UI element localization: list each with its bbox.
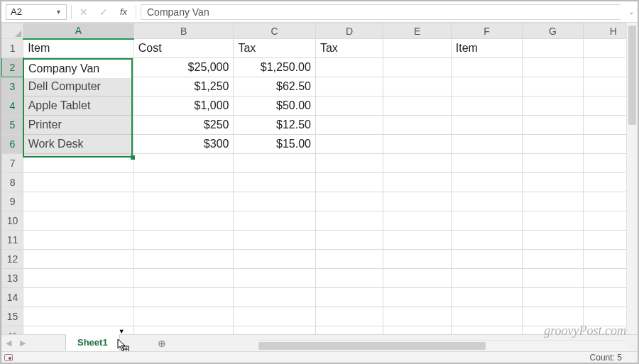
- cell[interactable]: Apple Tablet: [23, 96, 134, 116]
- cell[interactable]: [133, 269, 234, 288]
- cell[interactable]: [23, 154, 134, 173]
- cell[interactable]: [523, 269, 583, 288]
- cell[interactable]: $1,250: [133, 77, 234, 96]
- row-header-10[interactable]: 10: [2, 211, 23, 231]
- row-header-5[interactable]: 5: [2, 116, 23, 135]
- sheet-tab[interactable]: Sheet1: [65, 334, 120, 351]
- cell[interactable]: $1,000: [133, 96, 234, 116]
- cell[interactable]: [383, 58, 451, 77]
- cell[interactable]: [315, 307, 383, 326]
- cell[interactable]: [451, 231, 522, 250]
- cell[interactable]: [315, 288, 383, 307]
- row-header-8[interactable]: 8: [2, 173, 23, 192]
- cell[interactable]: [451, 77, 522, 96]
- cell[interactable]: [315, 211, 383, 231]
- cell[interactable]: [523, 116, 583, 135]
- formula-input[interactable]: Company Van: [141, 4, 621, 20]
- row-header-1[interactable]: 1: [2, 39, 23, 58]
- cell[interactable]: [133, 173, 234, 192]
- cell[interactable]: [315, 173, 383, 192]
- cell[interactable]: [451, 58, 522, 77]
- cell[interactable]: [383, 96, 451, 116]
- tab-nav-prev-icon[interactable]: ◀: [1, 335, 16, 351]
- scroll-thumb[interactable]: [628, 26, 636, 125]
- cell[interactable]: [523, 211, 583, 231]
- cell[interactable]: [133, 250, 234, 269]
- cell[interactable]: [451, 307, 522, 326]
- cell[interactable]: $1,250.00: [234, 58, 316, 77]
- cell[interactable]: [523, 154, 583, 173]
- row-header-4[interactable]: 4: [2, 96, 23, 116]
- formula-bar-expand-icon[interactable]: ⌄: [625, 8, 638, 16]
- cell[interactable]: $50.00: [234, 96, 316, 116]
- col-header-F[interactable]: F: [451, 23, 522, 39]
- cell[interactable]: $250: [133, 116, 234, 135]
- cell[interactable]: [133, 192, 234, 211]
- col-header-C[interactable]: C: [234, 23, 316, 39]
- cell[interactable]: [315, 231, 383, 250]
- cell[interactable]: [383, 192, 451, 211]
- cell[interactable]: $12.50: [234, 116, 316, 135]
- cell[interactable]: [23, 192, 134, 211]
- cell[interactable]: [23, 173, 134, 192]
- cell[interactable]: [523, 173, 583, 192]
- row-header-6[interactable]: 6: [2, 135, 23, 154]
- cell[interactable]: [133, 288, 234, 307]
- fx-icon[interactable]: fx: [116, 4, 131, 20]
- cell[interactable]: [383, 250, 451, 269]
- cell[interactable]: Company Van: [23, 58, 134, 77]
- cell[interactable]: [234, 269, 316, 288]
- cell[interactable]: [383, 269, 451, 288]
- tab-nav-next-icon[interactable]: ▶: [16, 335, 30, 351]
- col-header-G[interactable]: G: [523, 23, 583, 39]
- cell[interactable]: Dell Computer: [23, 77, 134, 96]
- cell[interactable]: [23, 231, 134, 250]
- cell[interactable]: Tax: [315, 39, 383, 58]
- scroll-thumb[interactable]: [258, 342, 486, 350]
- cell[interactable]: [133, 231, 234, 250]
- cell[interactable]: [133, 307, 234, 326]
- cell[interactable]: Item: [23, 39, 134, 58]
- row-header-9[interactable]: 9: [2, 192, 23, 211]
- cell[interactable]: [315, 77, 383, 96]
- cell[interactable]: [451, 96, 522, 116]
- cell[interactable]: [451, 192, 522, 211]
- cell[interactable]: [23, 211, 134, 231]
- cell[interactable]: [383, 116, 451, 135]
- cell[interactable]: Tax: [234, 39, 316, 58]
- cell[interactable]: [383, 307, 451, 326]
- chevron-down-icon[interactable]: ▼: [55, 9, 62, 16]
- col-header-A[interactable]: A: [23, 23, 134, 39]
- cell[interactable]: [315, 250, 383, 269]
- cell[interactable]: [133, 211, 234, 231]
- cell[interactable]: [523, 96, 583, 116]
- cell[interactable]: [383, 231, 451, 250]
- cell[interactable]: [383, 288, 451, 307]
- cell[interactable]: [234, 173, 316, 192]
- cell[interactable]: [523, 39, 583, 58]
- cell[interactable]: [234, 250, 316, 269]
- cell[interactable]: [315, 58, 383, 77]
- cell[interactable]: [523, 250, 583, 269]
- macro-record-icon[interactable]: [4, 354, 13, 361]
- cell[interactable]: [523, 231, 583, 250]
- cell[interactable]: [234, 288, 316, 307]
- cell[interactable]: [383, 154, 451, 173]
- cell[interactable]: [451, 250, 522, 269]
- cell[interactable]: [451, 288, 522, 307]
- row-header-13[interactable]: 13: [2, 269, 23, 288]
- cell[interactable]: [315, 116, 383, 135]
- cell[interactable]: [451, 211, 522, 231]
- cell[interactable]: [23, 250, 134, 269]
- cell[interactable]: $300: [133, 135, 234, 154]
- cell[interactable]: [23, 288, 134, 307]
- horizontal-scrollbar[interactable]: [257, 340, 626, 351]
- enter-icon[interactable]: ✓: [96, 4, 111, 20]
- grid[interactable]: A B C D E F G H 1 Item Cost Tax Tax Item…: [1, 23, 638, 340]
- cell[interactable]: [315, 192, 383, 211]
- cell[interactable]: [523, 288, 583, 307]
- row-header-12[interactable]: 12: [2, 250, 23, 269]
- cell[interactable]: [383, 173, 451, 192]
- cell[interactable]: [451, 154, 522, 173]
- row-header-3[interactable]: 3: [2, 77, 23, 96]
